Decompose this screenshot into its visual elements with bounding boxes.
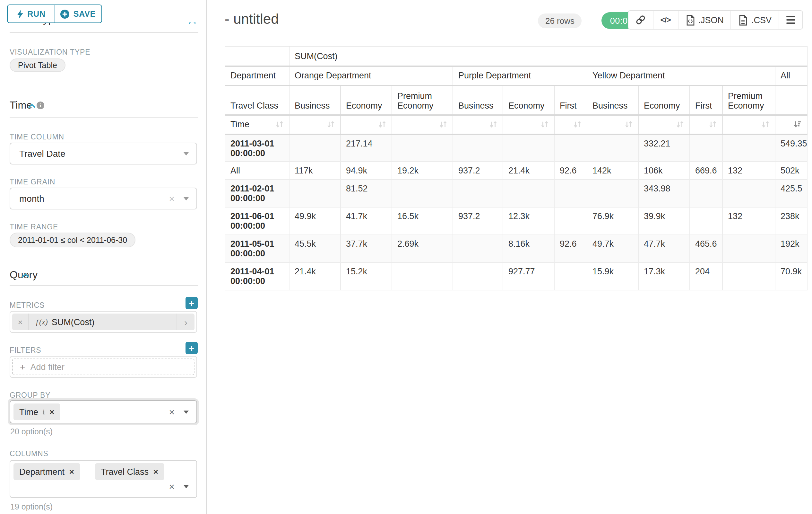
- column-sort-header-active-desc[interactable]: [775, 115, 807, 134]
- columns-tag-department[interactable]: Department ✕: [13, 463, 80, 480]
- row-header: 2011-03-01 00:00:00: [225, 134, 289, 162]
- json-label: .JSON: [698, 15, 724, 25]
- sort-desc-icon: [793, 120, 802, 129]
- cell: 8.16k: [503, 235, 554, 263]
- run-button[interactable]: RUN: [8, 5, 54, 23]
- share-link-button[interactable]: [629, 11, 653, 29]
- cell: [554, 134, 587, 162]
- view-query-button[interactable]: </>: [653, 11, 678, 29]
- remove-tag-icon[interactable]: ✕: [153, 468, 158, 475]
- menu-icon: [786, 16, 795, 24]
- column-sort-header[interactable]: [554, 115, 587, 134]
- chevron-right-icon[interactable]: ›: [176, 314, 195, 330]
- cell: 21.4k: [289, 263, 341, 290]
- columns-select[interactable]: Department ✕ Travel Class ✕ ×: [10, 460, 197, 498]
- table-row: 2011-06-01 00:00:00 49.9k 41.7k 16.5k 93…: [225, 207, 807, 235]
- sort-icon: [573, 120, 582, 129]
- metric-name: SUM(Cost): [52, 317, 95, 327]
- column-sort-header[interactable]: [453, 115, 503, 134]
- cell: 41.7k: [341, 207, 392, 235]
- cell: 343.98: [638, 180, 690, 207]
- column-sort-header[interactable]: [587, 115, 638, 134]
- chart-title[interactable]: - untitled: [225, 11, 279, 28]
- time-column-select[interactable]: Travel Date: [10, 143, 197, 164]
- column-sort-header[interactable]: [341, 115, 392, 134]
- class-header: First: [690, 85, 722, 115]
- link-icon: [636, 15, 646, 25]
- cell: 106k: [638, 162, 690, 180]
- clear-icon[interactable]: ×: [169, 407, 175, 417]
- cell: [722, 235, 775, 263]
- save-button[interactable]: SAVE: [54, 5, 102, 23]
- add-filter-button[interactable]: + Add filter: [12, 358, 195, 375]
- add-filter-label: Add filter: [30, 362, 64, 372]
- chevron-down-icon[interactable]: [183, 152, 189, 156]
- column-sort-header[interactable]: [690, 115, 722, 134]
- metric-pill[interactable]: × ƒ(x) SUM(Cost) ›: [12, 314, 195, 330]
- cell: [722, 263, 775, 290]
- remove-metric-icon[interactable]: ×: [12, 314, 29, 330]
- time-section-heading: Time i: [10, 100, 44, 111]
- group-by-tag[interactable]: Time i ✕: [13, 404, 60, 420]
- cell: [554, 263, 587, 290]
- chevron-down-icon[interactable]: [183, 197, 189, 200]
- time-sort-header[interactable]: Time: [225, 115, 289, 134]
- cell: 47.7k: [638, 235, 690, 263]
- columns-tag-travel-class[interactable]: Travel Class ✕: [95, 463, 164, 480]
- pivot-table: SUM(Cost) Department Orange Department P…: [225, 46, 808, 290]
- cell: 937.2: [453, 162, 503, 180]
- cell: [554, 180, 587, 207]
- column-sort-header[interactable]: [638, 115, 690, 134]
- cell: 549.35: [775, 134, 807, 162]
- query-section-collapse-chevron[interactable]: [21, 269, 29, 281]
- cell: 39.9k: [638, 207, 690, 235]
- department-header-row: Department Orange Department Purple Depa…: [225, 66, 807, 85]
- sort-icon: [541, 120, 549, 129]
- cell: [392, 180, 453, 207]
- cell: [453, 180, 503, 207]
- sort-icon: [327, 120, 335, 129]
- travel-class-axis-label: Travel Class: [225, 85, 289, 115]
- time-column-value: Travel Date: [19, 148, 65, 159]
- add-metric-button[interactable]: +: [185, 297, 198, 309]
- group-by-select[interactable]: Time i ✕ ×: [10, 400, 197, 424]
- chart-type-collapse-chevron[interactable]: [188, 23, 197, 25]
- metrics-box: × ƒ(x) SUM(Cost) ›: [10, 311, 197, 333]
- cell: 76.9k: [587, 207, 638, 235]
- export-csv-button[interactable]: .CSV: [731, 11, 779, 29]
- column-sort-header[interactable]: [503, 115, 554, 134]
- export-json-button[interactable]: .JSON: [677, 11, 731, 29]
- plus-circle-icon: [61, 9, 70, 18]
- cell: 81.52: [341, 180, 392, 207]
- column-sort-header[interactable]: [392, 115, 453, 134]
- time-grain-select[interactable]: month ×: [10, 188, 197, 210]
- chevron-down-icon[interactable]: [183, 410, 189, 414]
- divider: [10, 32, 198, 33]
- clear-icon[interactable]: ×: [169, 194, 175, 204]
- cell: 12.3k: [503, 207, 554, 235]
- cell: [722, 134, 775, 162]
- column-sort-header[interactable]: [289, 115, 341, 134]
- csv-label: .CSV: [751, 15, 772, 25]
- class-header: Business: [289, 85, 341, 115]
- time-section-collapse-chevron[interactable]: [28, 100, 36, 111]
- chart-area: - untitled 26 rows 00:00:00.18 </> .JSON…: [207, 0, 812, 514]
- cell: [289, 180, 341, 207]
- chevron-down-icon[interactable]: [183, 485, 189, 488]
- cell: [392, 134, 453, 162]
- time-range-chip[interactable]: 2011-01-01 ≤ col < 2011-06-30: [10, 233, 136, 247]
- fx-icon: ƒ(x): [35, 317, 48, 327]
- column-sort-header[interactable]: [722, 115, 775, 134]
- row-header: 2011-04-01 00:00:00: [225, 263, 289, 290]
- clear-icon[interactable]: ×: [169, 482, 175, 491]
- table-row: 2011-03-01 00:00:00 217.14 332.21 549.35: [225, 134, 807, 162]
- cell: [722, 180, 775, 207]
- visualization-type-chip[interactable]: Pivot Table: [10, 58, 65, 72]
- plus-icon: +: [20, 362, 25, 372]
- more-menu-button[interactable]: [779, 11, 802, 29]
- remove-tag-icon[interactable]: ✕: [49, 408, 55, 415]
- cell: 132: [722, 162, 775, 180]
- run-save-button-group: RUN SAVE: [7, 4, 102, 23]
- remove-tag-icon[interactable]: ✕: [69, 468, 75, 475]
- add-filter-plus-button[interactable]: +: [185, 342, 198, 354]
